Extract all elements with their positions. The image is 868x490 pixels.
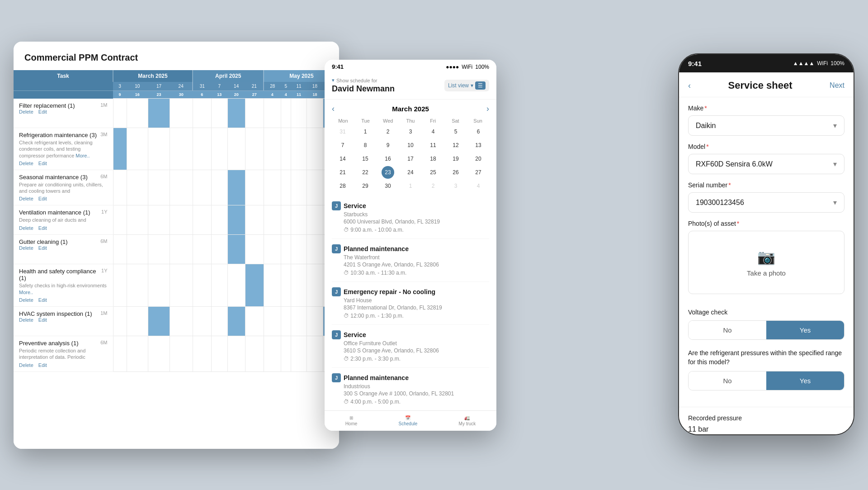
table-row: 3M Refrigeration maintenance (3) Check r…: [14, 128, 339, 170]
make-section: Make* Daikin ▾ Model* RXF60D Sensira 6.0…: [679, 97, 854, 309]
task-cell: 6M Gutter cleaning (1) Delete Edit: [14, 235, 113, 264]
voltage-no-button[interactable]: No: [689, 321, 766, 339]
refrigerant-toggle-group: No Yes: [688, 371, 844, 390]
prev-month-button[interactable]: ‹: [332, 104, 335, 114]
table-row: 6M Seasonal maintenance (3) Prepare air …: [14, 170, 339, 205]
show-for-label: ▾ Show schedule for: [332, 77, 395, 83]
more-link[interactable]: More..: [19, 290, 33, 295]
model-dropdown[interactable]: RXF60D Sensira 6.0kW ▾: [688, 154, 844, 174]
take-photo-label: Take a photo: [747, 269, 786, 277]
refrigerant-no-button[interactable]: No: [689, 371, 766, 390]
list-item[interactable]: J Service Starbucks 6000 Universal Blvd,…: [332, 196, 489, 239]
edit-link[interactable]: Edit: [38, 317, 47, 323]
list-view-button[interactable]: List view ▾ ☰: [444, 80, 489, 91]
delete-link[interactable]: Delete: [19, 362, 33, 368]
nav-home[interactable]: ⊞ Home: [345, 415, 358, 426]
delete-link[interactable]: Delete: [19, 317, 33, 323]
month-april-header: April 2025: [193, 70, 264, 82]
schedule-header: ▾ Show schedule for David Newmann List v…: [325, 74, 496, 100]
calendar-grid: Mon Tue Wed Thu Fri Sat Sun 31 1 2 3 4 5…: [325, 118, 496, 196]
edit-link[interactable]: Edit: [38, 109, 47, 114]
divider: [679, 407, 854, 407]
schedule-time: 9:41: [332, 63, 344, 70]
nav-schedule[interactable]: 📅 Schedule: [399, 415, 418, 426]
next-button[interactable]: Next: [830, 81, 844, 90]
phone-time: 9:41: [688, 60, 702, 67]
next-month-button[interactable]: ›: [486, 104, 489, 114]
refrigerant-yes-button[interactable]: Yes: [766, 371, 844, 390]
model-label: Model*: [688, 143, 844, 150]
phone-status-icons: ▲▲▲▲ WiFi 100%: [793, 60, 844, 67]
table-row: 1M Filter replacement (1) Delete Edit: [14, 99, 339, 128]
task-cell: 6M Preventive analysis (1) Periodic remo…: [14, 336, 113, 372]
events-list: J Service Starbucks 6000 Universal Blvd,…: [325, 196, 496, 422]
photo-label: Photo(s) of asset*: [688, 220, 844, 227]
voltage-check-section: Voltage check No Yes Are the refrigerant…: [679, 309, 854, 407]
more-link[interactable]: More..: [75, 153, 90, 158]
bottom-navigation: ⊞ Home 📅 Schedule 🚛 My truck: [325, 410, 496, 431]
make-dropdown[interactable]: Daikin ▾: [688, 115, 844, 136]
back-button[interactable]: ‹: [688, 81, 691, 90]
days-header: Mon Tue Wed Thu Fri Sat Sun: [332, 118, 489, 124]
serial-value: 190300123456: [696, 199, 744, 207]
table-row: 1Y Health and safety compliance (1) Safe…: [14, 264, 339, 307]
edit-link[interactable]: Edit: [38, 161, 47, 166]
task-cell: 1M Filter replacement (1) Delete Edit: [14, 99, 113, 128]
task-cell: 1Y Ventilation maintenance (1) Deep clea…: [14, 205, 113, 235]
page-title: Service sheet: [728, 80, 793, 91]
calendar-navigation: ‹ March 2025 ›: [325, 100, 496, 118]
task-cell: 3M Refrigeration maintenance (3) Check r…: [14, 128, 113, 170]
voltage-label: Voltage check: [688, 309, 844, 316]
task-cell: 1Y Health and safety compliance (1) Safe…: [14, 264, 113, 307]
calendar-weeks: 31 1 2 3 4 5 6 7 8 9 10 11 12 13 14 15 1…: [332, 125, 489, 192]
camera-icon: 📷: [757, 248, 775, 266]
nav-truck[interactable]: 🚛 My truck: [459, 415, 476, 426]
recorded-pressure-section: Recorded pressure 11 bar: [679, 414, 854, 434]
service-sheet-header: ‹ Service sheet Next: [679, 72, 854, 97]
delete-link[interactable]: Delete: [19, 297, 33, 303]
chevron-down-icon: ▾: [833, 121, 837, 130]
schedule-tablet: 9:41 ●●●● WiFi 100% ▾ Show schedule for …: [325, 60, 496, 431]
phone-status-bar: 9:41 ▲▲▲▲ WiFi 100%: [679, 54, 854, 72]
photo-upload-area[interactable]: 📷 Take a photo: [688, 231, 844, 294]
month-march-header: March 2025: [113, 70, 193, 82]
battery-icon: 100%: [830, 60, 844, 67]
edit-link[interactable]: Edit: [38, 225, 47, 231]
gantt-title: Commercial PPM Contract: [14, 42, 339, 70]
serial-dropdown[interactable]: 190300123456 ▾: [688, 192, 844, 213]
table-row: 1M HVAC system inspection (1) Delete Edi…: [14, 307, 339, 336]
service-sheet-phone: 9:41 ▲▲▲▲ WiFi 100% ‹ Service sheet Next…: [678, 53, 854, 435]
delete-link[interactable]: Delete: [19, 196, 33, 201]
delete-link[interactable]: Delete: [19, 245, 33, 251]
task-cell: 1M HVAC system inspection (1) Delete Edi…: [14, 307, 113, 336]
pressure-label: Recorded pressure: [688, 414, 844, 422]
task-col-days: [14, 82, 113, 91]
gantt-tablet: Commercial PPM Contract Task March 2025 …: [14, 42, 339, 449]
serial-label: Serial number*: [688, 181, 844, 189]
edit-link[interactable]: Edit: [38, 362, 47, 368]
pressure-value: 11 bar: [688, 425, 844, 433]
list-item[interactable]: J Planned maintenance Industrious 300 S …: [332, 368, 489, 411]
edit-link[interactable]: Edit: [38, 245, 47, 251]
edit-link[interactable]: Edit: [38, 196, 47, 201]
notch-pill: [739, 56, 793, 70]
voltage-yes-button[interactable]: Yes: [766, 321, 844, 339]
refrigerant-question: Are the refrigerant pressures within the…: [688, 349, 844, 366]
list-item[interactable]: J Service Office Furniture Outlet 3610 S…: [332, 325, 489, 368]
person-name: David Newmann: [332, 84, 395, 94]
delete-link[interactable]: Delete: [19, 109, 33, 114]
task-col-weeks: [14, 91, 113, 99]
list-item[interactable]: J Emergency repair - No cooling Yard Hou…: [332, 282, 489, 325]
delete-link[interactable]: Delete: [19, 225, 33, 231]
delete-link[interactable]: Delete: [19, 161, 33, 166]
edit-link[interactable]: Edit: [38, 297, 47, 303]
make-value: Daikin: [696, 122, 716, 130]
schedule-status-bar: 9:41 ●●●● WiFi 100%: [325, 60, 496, 74]
chevron-down-icon: ▾: [833, 198, 837, 207]
table-row: 6M Gutter cleaning (1) Delete Edit: [14, 235, 339, 264]
table-row: 6M Preventive analysis (1) Periodic remo…: [14, 336, 339, 372]
calendar-month: March 2025: [392, 105, 429, 113]
list-item[interactable]: J Planned maintenance The Waterfront 420…: [332, 239, 489, 282]
task-column-header: Task: [14, 70, 113, 82]
phone-content: ‹ Service sheet Next Make* Daikin ▾ Mode…: [679, 72, 854, 434]
